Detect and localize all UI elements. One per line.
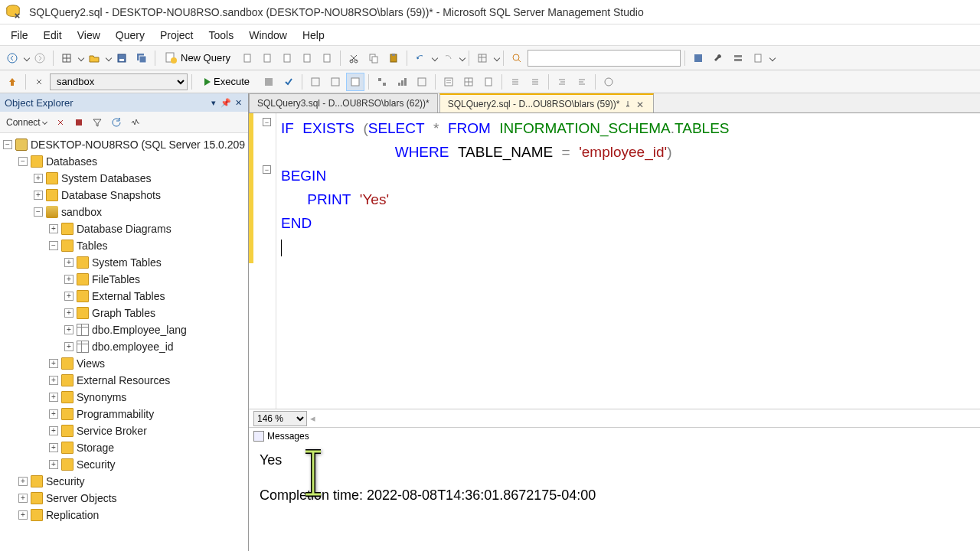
- code-text[interactable]: IF EXISTS (SELECT * FROM INFORMATION_SCH…: [276, 113, 980, 409]
- nav-back-dropdown-icon[interactable]: [24, 54, 30, 60]
- zoom-select[interactable]: 146 %: [253, 411, 307, 426]
- explorer-close-icon[interactable]: ✕: [233, 97, 243, 108]
- tree-replication[interactable]: +Replication: [0, 507, 248, 523]
- estimated-plan-button[interactable]: [306, 73, 325, 91]
- menu-edit[interactable]: Edit: [36, 26, 70, 44]
- results-file-button[interactable]: [479, 73, 498, 91]
- disconnect-button[interactable]: [52, 114, 69, 131]
- tree-diagrams[interactable]: +Database Diagrams: [0, 220, 248, 237]
- messages-panel[interactable]: Yes Completion time: 2022-08-08T14:36:01…: [249, 444, 980, 551]
- db-script-button[interactable]: [238, 49, 256, 67]
- activity-button[interactable]: [689, 49, 707, 67]
- stop-button[interactable]: [71, 114, 87, 131]
- activity-monitor-button[interactable]: [127, 114, 144, 131]
- properties-button[interactable]: [473, 49, 492, 67]
- redo-button[interactable]: [439, 49, 457, 67]
- connect-button[interactable]: Connect: [3, 114, 50, 131]
- tree-server-objects[interactable]: +Server Objects: [0, 490, 248, 507]
- new-query-button[interactable]: New Query: [159, 49, 237, 67]
- uncomment-button[interactable]: [526, 73, 544, 91]
- tree-security-db[interactable]: +Security: [0, 456, 248, 473]
- tree-tables[interactable]: −Tables: [0, 237, 248, 254]
- menu-tools[interactable]: Tools: [201, 26, 241, 44]
- mdx-button[interactable]: [278, 49, 296, 67]
- find-button[interactable]: [508, 49, 526, 67]
- results-grid-button[interactable]: [459, 73, 478, 91]
- tree-graph-tables[interactable]: +Graph Tables: [0, 305, 248, 321]
- redo-dropdown-icon[interactable]: [459, 54, 466, 60]
- tree-programmability[interactable]: +Programmability: [0, 406, 248, 422]
- undo-button[interactable]: [411, 49, 430, 67]
- menu-query[interactable]: Query: [108, 26, 152, 44]
- actual-plan-button[interactable]: [373, 73, 391, 91]
- registered-servers-button[interactable]: [729, 49, 747, 67]
- new-project-dropdown-icon[interactable]: [78, 54, 84, 60]
- tree-storage[interactable]: +Storage: [0, 439, 248, 456]
- menu-view[interactable]: View: [70, 26, 108, 44]
- tree-snapshots[interactable]: +Database Snapshots: [0, 187, 248, 204]
- nav-forward-button[interactable]: [31, 49, 49, 67]
- properties-dropdown-icon[interactable]: [494, 54, 500, 60]
- dmx-button[interactable]: [298, 49, 316, 67]
- tree-service-broker[interactable]: +Service Broker: [0, 422, 248, 439]
- menu-window[interactable]: Window: [241, 26, 295, 44]
- tab-sqlquery3[interactable]: SQLQuery3.sql - D...OU8RSO\blars (62))*: [249, 93, 438, 112]
- paste-button[interactable]: [384, 49, 403, 67]
- new-project-button[interactable]: [57, 49, 76, 67]
- filter-button[interactable]: [89, 114, 106, 131]
- wrench-button[interactable]: [709, 49, 727, 67]
- results-text-button[interactable]: [439, 73, 458, 91]
- menu-file[interactable]: File: [3, 26, 36, 44]
- explorer-dropdown-icon[interactable]: ▾: [208, 97, 219, 108]
- nav-back-button[interactable]: [3, 49, 21, 67]
- specify-values-button[interactable]: [599, 73, 618, 91]
- explorer-pin-icon[interactable]: 📌: [220, 97, 231, 108]
- menu-project[interactable]: Project: [152, 26, 201, 44]
- tab-sqlquery2[interactable]: SQLQuery2.sql - D...OU8RSO\blars (59))* …: [439, 93, 655, 112]
- database-select[interactable]: sandbox: [50, 73, 188, 90]
- tree-external-resources[interactable]: +External Resources: [0, 372, 248, 389]
- tree-external-tables[interactable]: +External Tables: [0, 288, 248, 305]
- open-button[interactable]: [85, 49, 103, 67]
- save-button[interactable]: [113, 49, 131, 67]
- code-editor[interactable]: − − IF EXISTS (SELECT * FROM INFORMATION…: [249, 113, 980, 409]
- comment-button[interactable]: [506, 73, 524, 91]
- template-dropdown-icon[interactable]: [769, 54, 776, 60]
- parse-button[interactable]: [279, 73, 298, 91]
- tree-sandbox[interactable]: −sandbox: [0, 204, 248, 220]
- tree-file-tables[interactable]: +FileTables: [0, 271, 248, 288]
- cut-button[interactable]: [345, 49, 363, 67]
- tree-security-server[interactable]: +Security: [0, 473, 248, 490]
- refresh-button[interactable]: [108, 114, 125, 131]
- outdent-button[interactable]: [573, 73, 591, 91]
- tree-table-employee-id[interactable]: +dbo.employee_id: [0, 338, 248, 355]
- object-tree[interactable]: −DESKTOP-NOU8RSO (SQL Server 15.0.209 −D…: [0, 133, 248, 551]
- save-all-button[interactable]: [132, 49, 151, 67]
- live-stats-button[interactable]: [393, 73, 411, 91]
- close-tab-icon[interactable]: ✕: [636, 99, 645, 109]
- tree-synonyms[interactable]: +Synonyms: [0, 389, 248, 406]
- tree-system-tables[interactable]: +System Tables: [0, 254, 248, 271]
- intellisense-button[interactable]: [346, 73, 364, 91]
- client-stats-button[interactable]: [413, 73, 431, 91]
- fold-button-1[interactable]: −: [263, 118, 271, 126]
- tree-system-databases[interactable]: +System Databases: [0, 170, 248, 187]
- copy-button[interactable]: [364, 49, 383, 67]
- execute-button[interactable]: Execute: [196, 73, 258, 91]
- use-db-button[interactable]: [3, 73, 21, 91]
- menu-help[interactable]: Help: [295, 26, 332, 44]
- tree-databases[interactable]: −Databases: [0, 153, 248, 170]
- xmla-button[interactable]: [318, 49, 336, 67]
- as-script-button[interactable]: [258, 49, 276, 67]
- template-button[interactable]: [749, 49, 767, 67]
- tree-table-employee-lang[interactable]: +dbo.Employee_lang: [0, 321, 248, 338]
- messages-tab-header[interactable]: Messages: [249, 427, 980, 444]
- pin-icon[interactable]: [624, 100, 632, 108]
- undo-dropdown-icon[interactable]: [432, 54, 438, 60]
- tree-server[interactable]: −DESKTOP-NOU8RSO (SQL Server 15.0.209: [0, 136, 248, 153]
- tree-views[interactable]: +Views: [0, 355, 248, 372]
- change-connection-button[interactable]: [30, 73, 48, 91]
- open-dropdown-icon[interactable]: [106, 54, 112, 60]
- fold-button-2[interactable]: −: [263, 165, 271, 174]
- indent-button[interactable]: [553, 73, 571, 91]
